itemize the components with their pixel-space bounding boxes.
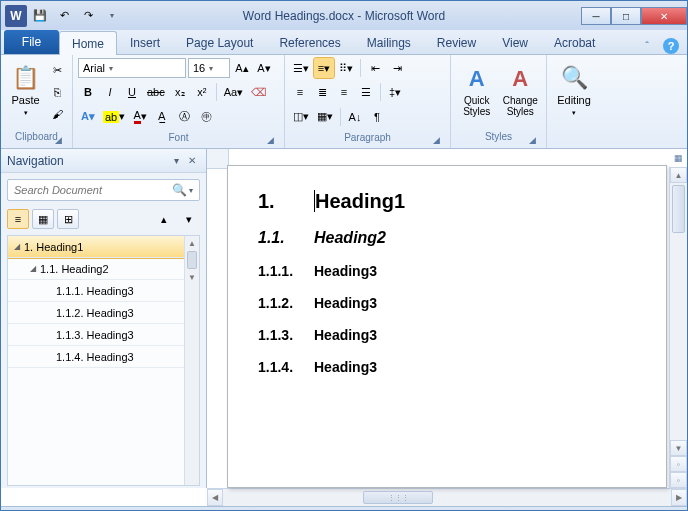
font-launcher[interactable]: ◢	[267, 135, 279, 147]
vertical-scrollbar[interactable]: ▲ ▼ ◦ ◦	[669, 167, 687, 488]
document-page[interactable]: 1.Heading11.1.Heading21.1.1.Heading31.1.…	[227, 165, 667, 488]
nav-item[interactable]: 1.1.4. Heading3	[8, 346, 199, 368]
tab-insert[interactable]: Insert	[117, 30, 173, 54]
doc-heading[interactable]: 1.1.3.Heading3	[258, 327, 636, 343]
hscroll-thumb[interactable]: ⋮⋮⋮	[363, 491, 433, 504]
ruler-toggle[interactable]: ▦	[669, 149, 687, 167]
scroll-left-icon[interactable]: ◀	[207, 489, 223, 506]
nav-prev-icon[interactable]: ▴	[153, 209, 175, 229]
font-name-combo[interactable]: Arial▾	[78, 58, 186, 78]
tab-pagelayout[interactable]: Page Layout	[173, 30, 266, 54]
search-input[interactable]	[14, 184, 172, 196]
search-box[interactable]: 🔍 ▾	[7, 179, 200, 201]
show-marks-button[interactable]: ¶	[367, 107, 387, 127]
paste-button[interactable]: 📋 Paste ▾	[6, 58, 45, 124]
doc-heading[interactable]: 1.1.Heading2	[258, 229, 636, 247]
search-icon[interactable]: 🔍	[172, 183, 187, 197]
qat-customize[interactable]: ▾	[101, 5, 123, 27]
minimize-ribbon-icon[interactable]: ˆ	[639, 38, 655, 54]
scroll-up-icon[interactable]: ▲	[670, 167, 687, 183]
redo-button[interactable]: ↷	[77, 5, 99, 27]
nav-item[interactable]: 1.1.2. Heading3	[8, 302, 199, 324]
tab-file[interactable]: File	[4, 30, 59, 54]
font-size-combo[interactable]: 16▾	[188, 58, 230, 78]
subscript-button[interactable]: x₂	[170, 82, 190, 102]
clipboard-launcher[interactable]: ◢	[55, 135, 67, 147]
grow-font-button[interactable]: A▴	[232, 58, 252, 78]
char-shading-button[interactable]: Ⓐ	[174, 107, 194, 127]
doc-heading[interactable]: 1.1.2.Heading3	[258, 295, 636, 311]
strike-button[interactable]: abc	[144, 82, 168, 102]
decrease-indent-button[interactable]: ⇤	[365, 58, 385, 78]
doc-heading[interactable]: 1.1.4.Heading3	[258, 359, 636, 375]
tree-scrollbar[interactable]: ▲▼	[184, 236, 199, 485]
undo-button[interactable]: ↶	[53, 5, 75, 27]
bold-button[interactable]: B	[78, 82, 98, 102]
nav-item[interactable]: 1.1.1. Heading3	[8, 280, 199, 302]
nav-close-icon[interactable]: ✕	[184, 153, 200, 169]
expand-icon[interactable]: ◢	[14, 242, 24, 251]
tab-view[interactable]: View	[489, 30, 541, 54]
borders-button[interactable]: ▦▾	[314, 107, 336, 127]
nav-item[interactable]: 1.1.3. Heading3	[8, 324, 199, 346]
multilevel-button[interactable]: ⠿▾	[336, 58, 356, 78]
nav-headings-view[interactable]: ≡	[7, 209, 29, 229]
scroll-down-icon[interactable]: ▼	[670, 440, 687, 456]
numbering-button[interactable]: ≡▾	[314, 58, 334, 78]
close-button[interactable]: ✕	[641, 7, 687, 25]
phonetic-button[interactable]: ㊥	[196, 107, 216, 127]
vscroll-thumb[interactable]	[672, 185, 685, 233]
cut-button[interactable]: ✂	[47, 60, 67, 80]
search-dropdown-icon[interactable]: ▾	[189, 186, 193, 195]
word-icon[interactable]: W	[5, 5, 27, 27]
styles-launcher[interactable]: ◢	[529, 135, 541, 147]
align-right-button[interactable]: ≡	[334, 82, 354, 102]
horizontal-scrollbar[interactable]: ◀ ⋮⋮⋮ ▶	[207, 488, 687, 506]
line-spacing-button[interactable]: ‡▾	[385, 82, 405, 102]
nav-menu-icon[interactable]: ▾	[168, 153, 184, 169]
quick-styles-button[interactable]: A Quick Styles	[456, 58, 498, 124]
minimize-button[interactable]: ─	[581, 7, 611, 25]
browse-prev-icon[interactable]: ◦	[670, 456, 687, 472]
nav-results-view[interactable]: ⊞	[57, 209, 79, 229]
document-area[interactable]: ▦ 1.Heading11.1.Heading21.1.1.Heading31.…	[207, 149, 687, 488]
align-center-button[interactable]: ≣	[312, 82, 332, 102]
tab-references[interactable]: References	[266, 30, 353, 54]
sort-button[interactable]: A↓	[345, 107, 365, 127]
char-border-button[interactable]: A̲	[152, 107, 172, 127]
format-painter-button[interactable]: 🖌	[47, 104, 67, 124]
editing-button[interactable]: 🔍 Editing ▾	[552, 58, 596, 124]
save-button[interactable]: 💾	[29, 5, 51, 27]
change-styles-button[interactable]: A Change Styles	[500, 58, 542, 124]
help-icon[interactable]: ?	[663, 38, 679, 54]
change-case-button[interactable]: Aa▾	[221, 82, 246, 102]
browse-next-icon[interactable]: ◦	[670, 472, 687, 488]
doc-heading[interactable]: 1.Heading1	[258, 190, 636, 213]
nav-pages-view[interactable]: ▦	[32, 209, 54, 229]
bullets-button[interactable]: ☰▾	[290, 58, 312, 78]
shrink-font-button[interactable]: A▾	[254, 58, 274, 78]
underline-button[interactable]: U	[122, 82, 142, 102]
paragraph-launcher[interactable]: ◢	[433, 135, 445, 147]
tab-mailings[interactable]: Mailings	[354, 30, 424, 54]
font-color-button[interactable]: A▾	[130, 107, 150, 127]
tab-acrobat[interactable]: Acrobat	[541, 30, 608, 54]
text-effects-button[interactable]: A▾	[78, 107, 98, 127]
scroll-right-icon[interactable]: ▶	[671, 489, 687, 506]
shading-button[interactable]: ◫▾	[290, 107, 312, 127]
nav-item[interactable]: ◢1.1. Heading2	[8, 258, 199, 280]
align-left-button[interactable]: ≡	[290, 82, 310, 102]
copy-button[interactable]: ⎘	[47, 82, 67, 102]
clear-format-button[interactable]: ⌫	[248, 82, 270, 102]
nav-next-icon[interactable]: ▾	[178, 209, 200, 229]
tab-home[interactable]: Home	[59, 31, 117, 55]
superscript-button[interactable]: x²	[192, 82, 212, 102]
italic-button[interactable]: I	[100, 82, 120, 102]
maximize-button[interactable]: □	[611, 7, 641, 25]
increase-indent-button[interactable]: ⇥	[387, 58, 407, 78]
doc-heading[interactable]: 1.1.1.Heading3	[258, 263, 636, 279]
justify-button[interactable]: ☰	[356, 82, 376, 102]
nav-item[interactable]: ◢1. Heading1	[8, 236, 199, 258]
tab-review[interactable]: Review	[424, 30, 489, 54]
expand-icon[interactable]: ◢	[30, 264, 40, 273]
